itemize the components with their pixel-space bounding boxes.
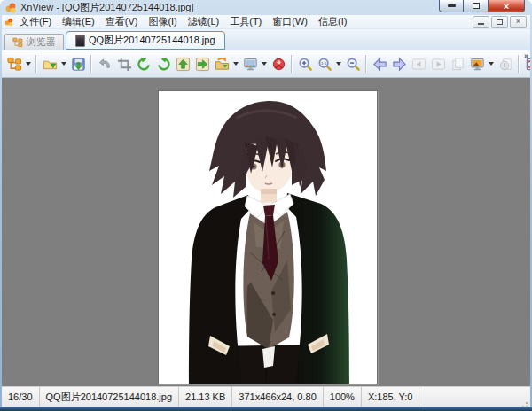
screen-settings-icon (243, 57, 258, 72)
client-area: 文件(F) 编辑(E) 查看(V) 图像(I) 滤镜(L) 工具(T) 窗口(W… (2, 15, 530, 407)
tab-browser-label: 浏览器 (27, 35, 56, 49)
batch-convert-dropdown-caret[interactable] (233, 62, 239, 66)
batch-convert-icon (215, 57, 230, 72)
menu-info[interactable]: 信息(I) (313, 15, 352, 28)
status-filename: QQ图片20140725144018.jpg (40, 387, 180, 407)
slideshow-dropdown-caret[interactable] (489, 62, 494, 66)
zoom-in-icon (298, 57, 313, 72)
move-up-icon (176, 57, 191, 72)
mdi-minimize-icon (478, 23, 484, 25)
rotate-left-icon (137, 57, 152, 72)
maximize-icon (473, 3, 480, 9)
menu-view[interactable]: 查看(V) (100, 15, 144, 28)
convert-button[interactable] (192, 53, 212, 74)
tab-browser[interactable]: 浏览器 (4, 34, 64, 50)
app-icon (4, 2, 17, 14)
menu-window[interactable]: 窗口(W) (267, 15, 313, 28)
pages-icon (450, 57, 466, 72)
info-icon: i (498, 57, 513, 72)
mdi-restore-button[interactable] (491, 16, 508, 28)
maximize-button[interactable] (464, 0, 488, 12)
back-icon (372, 57, 387, 72)
zoom-out-button[interactable] (343, 53, 363, 74)
svg-text:i: i (504, 62, 505, 69)
resize-grip[interactable] (520, 387, 530, 407)
image-canvas[interactable] (2, 78, 530, 386)
close-button[interactable]: × (488, 0, 525, 12)
tab-image-label: QQ图片20140725144018.jpg (89, 34, 215, 47)
menu-filter[interactable]: 滤镜(L) (183, 15, 224, 28)
previous-image-icon (411, 57, 426, 72)
mdi-close-button[interactable]: × (510, 16, 527, 28)
back-button[interactable] (370, 53, 389, 74)
save-button[interactable] (68, 53, 88, 74)
browser-button[interactable] (4, 53, 24, 74)
zoom-actual-label: 1:1 (321, 60, 327, 65)
pages-button[interactable] (448, 53, 467, 74)
screen-settings-dropdown-caret[interactable] (262, 62, 267, 66)
image-thumbnail-icon (75, 35, 85, 47)
menu-bar: 文件(F) 编辑(E) 查看(V) 图像(I) 滤镜(L) 工具(T) 窗口(W… (2, 15, 530, 29)
mdi-restore-icon (497, 19, 503, 25)
toolbar-separator (35, 55, 37, 73)
zoom-in-button[interactable] (295, 53, 315, 74)
toolbar-separator (365, 55, 367, 73)
menu-image[interactable]: 图像(I) (143, 15, 182, 28)
forward-button[interactable] (389, 53, 409, 74)
zoom-out-icon (346, 57, 361, 72)
tab-image[interactable]: QQ图片20140725144018.jpg (66, 31, 225, 50)
zoom-actual-dropdown-caret[interactable] (336, 62, 341, 66)
crop-icon (117, 57, 132, 72)
crop-button[interactable] (114, 53, 134, 74)
status-filler (419, 387, 520, 407)
open-button[interactable] (40, 53, 59, 74)
undo-icon (98, 57, 113, 72)
rotate-right-button[interactable] (153, 53, 173, 74)
status-index: 16/30 (2, 387, 40, 407)
status-cursor: X:185, Y:0 (362, 387, 420, 407)
minimize-icon (448, 4, 456, 7)
save-icon (71, 57, 86, 72)
undo-button[interactable] (95, 53, 114, 74)
minimize-button[interactable] (439, 0, 464, 12)
move-up-button[interactable] (173, 53, 192, 74)
slideshow-icon (470, 57, 485, 72)
toolbar-separator (90, 55, 92, 73)
mdi-close-icon: × (516, 18, 520, 26)
status-dimensions: 371x466x24, 0.80 (232, 387, 323, 407)
zoom-actual-button[interactable]: 1:1 (315, 53, 334, 74)
window-title: XnView - [QQ图片20140725144018.jpg] (20, 1, 193, 14)
rotate-right-icon (156, 57, 171, 72)
forward-icon (392, 57, 407, 72)
mdi-minimize-button[interactable] (473, 16, 489, 28)
toolbar-overflow-chevron[interactable]: » (524, 51, 528, 60)
tab-bar: 浏览器 QQ图片20140725144018.jpg (2, 29, 530, 50)
browser-dropdown-caret[interactable] (26, 62, 31, 66)
zoom-actual-icon: 1:1 (317, 57, 332, 72)
open-dropdown-caret[interactable] (61, 62, 66, 66)
close-icon: × (504, 2, 509, 11)
web-button[interactable] (269, 53, 288, 74)
status-zoom: 100% (324, 387, 362, 407)
info-button[interactable]: i (496, 53, 515, 74)
screen-settings-button[interactable] (240, 53, 260, 74)
status-bar: 16/30 QQ图片20140725144018.jpg 21.13 KB 37… (2, 386, 530, 407)
menu-tools[interactable]: 工具(T) (224, 15, 267, 28)
menu-file[interactable]: 文件(F) (14, 15, 57, 28)
convert-icon (195, 57, 210, 72)
batch-convert-button[interactable] (212, 53, 231, 74)
toolbar: 1:1 (2, 50, 530, 78)
toolbar-separator (291, 55, 293, 73)
web-icon (271, 57, 286, 72)
next-image-button[interactable] (428, 53, 448, 74)
title-bar[interactable]: XnView - [QQ图片20140725144018.jpg] × (0, 0, 532, 15)
rotate-left-button[interactable] (134, 53, 153, 74)
slideshow-button[interactable] (467, 53, 487, 74)
viewed-image[interactable] (158, 90, 378, 384)
previous-image-button[interactable] (409, 53, 428, 74)
status-filesize: 21.13 KB (179, 387, 232, 407)
xnview-window: XnView - [QQ图片20140725144018.jpg] × 文件(F… (0, 0, 532, 411)
menu-edit[interactable]: 编辑(E) (57, 15, 100, 28)
next-image-icon (431, 57, 446, 72)
browser-tree-icon (12, 37, 23, 48)
